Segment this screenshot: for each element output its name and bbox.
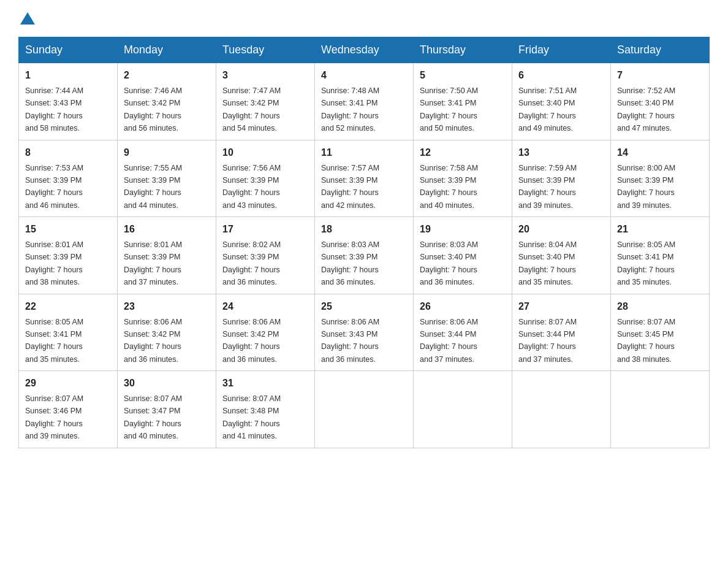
day-number: 19 bbox=[420, 222, 506, 237]
header-friday: Friday bbox=[512, 37, 611, 63]
day-info: Sunrise: 8:03 AMSunset: 3:39 PMDaylight:… bbox=[321, 240, 379, 286]
logo-triangle-icon bbox=[20, 12, 35, 25]
day-info: Sunrise: 7:48 AMSunset: 3:41 PMDaylight:… bbox=[321, 86, 379, 132]
calendar-table: SundayMondayTuesdayWednesdayThursdayFrid… bbox=[18, 37, 710, 448]
day-number: 22 bbox=[25, 299, 111, 314]
calendar-cell: 9 Sunrise: 7:55 AMSunset: 3:39 PMDayligh… bbox=[118, 140, 216, 217]
calendar-cell: 20 Sunrise: 8:04 AMSunset: 3:40 PMDaylig… bbox=[512, 217, 611, 294]
day-info: Sunrise: 8:05 AMSunset: 3:41 PMDaylight:… bbox=[617, 240, 675, 286]
calendar-cell: 31 Sunrise: 8:07 AMSunset: 3:48 PMDaylig… bbox=[216, 371, 315, 448]
calendar-week-row: 22 Sunrise: 8:05 AMSunset: 3:41 PMDaylig… bbox=[19, 294, 710, 371]
calendar-cell: 22 Sunrise: 8:05 AMSunset: 3:41 PMDaylig… bbox=[19, 294, 118, 371]
header bbox=[18, 12, 710, 25]
day-number: 7 bbox=[617, 68, 703, 83]
day-info: Sunrise: 7:44 AMSunset: 3:43 PMDaylight:… bbox=[25, 86, 83, 132]
day-number: 17 bbox=[222, 222, 308, 237]
day-info: Sunrise: 8:01 AMSunset: 3:39 PMDaylight:… bbox=[25, 240, 83, 286]
calendar-cell: 23 Sunrise: 8:06 AMSunset: 3:42 PMDaylig… bbox=[118, 294, 216, 371]
day-number: 9 bbox=[124, 145, 210, 160]
day-info: Sunrise: 7:50 AMSunset: 3:41 PMDaylight:… bbox=[420, 86, 478, 132]
calendar-cell: 16 Sunrise: 8:01 AMSunset: 3:39 PMDaylig… bbox=[118, 217, 216, 294]
calendar-cell bbox=[414, 371, 512, 448]
calendar-cell: 15 Sunrise: 8:01 AMSunset: 3:39 PMDaylig… bbox=[19, 217, 118, 294]
day-number: 21 bbox=[617, 222, 703, 237]
day-info: Sunrise: 8:00 AMSunset: 3:39 PMDaylight:… bbox=[617, 164, 675, 210]
calendar-header-row: SundayMondayTuesdayWednesdayThursdayFrid… bbox=[19, 37, 710, 63]
day-number: 14 bbox=[617, 145, 703, 160]
day-info: Sunrise: 7:59 AMSunset: 3:39 PMDaylight:… bbox=[518, 164, 577, 210]
day-info: Sunrise: 8:06 AMSunset: 3:43 PMDaylight:… bbox=[321, 318, 379, 364]
calendar-cell: 18 Sunrise: 8:03 AMSunset: 3:39 PMDaylig… bbox=[315, 217, 414, 294]
day-number: 1 bbox=[25, 68, 111, 83]
calendar-cell: 6 Sunrise: 7:51 AMSunset: 3:40 PMDayligh… bbox=[512, 63, 611, 140]
day-number: 27 bbox=[518, 299, 604, 314]
day-info: Sunrise: 7:55 AMSunset: 3:39 PMDaylight:… bbox=[124, 164, 182, 210]
calendar-cell: 14 Sunrise: 8:00 AMSunset: 3:39 PMDaylig… bbox=[611, 140, 710, 217]
day-info: Sunrise: 7:46 AMSunset: 3:42 PMDaylight:… bbox=[124, 86, 182, 132]
day-number: 10 bbox=[222, 145, 308, 160]
calendar-cell: 4 Sunrise: 7:48 AMSunset: 3:41 PMDayligh… bbox=[315, 63, 414, 140]
logo bbox=[18, 12, 37, 25]
header-saturday: Saturday bbox=[611, 37, 710, 63]
calendar-cell: 29 Sunrise: 8:07 AMSunset: 3:46 PMDaylig… bbox=[19, 371, 118, 448]
calendar-cell: 7 Sunrise: 7:52 AMSunset: 3:40 PMDayligh… bbox=[611, 63, 710, 140]
calendar-cell bbox=[611, 371, 710, 448]
calendar-cell: 13 Sunrise: 7:59 AMSunset: 3:39 PMDaylig… bbox=[512, 140, 611, 217]
day-number: 13 bbox=[518, 145, 604, 160]
day-info: Sunrise: 8:03 AMSunset: 3:40 PMDaylight:… bbox=[420, 240, 478, 286]
calendar-cell: 19 Sunrise: 8:03 AMSunset: 3:40 PMDaylig… bbox=[414, 217, 512, 294]
day-info: Sunrise: 8:06 AMSunset: 3:42 PMDaylight:… bbox=[222, 318, 281, 364]
day-number: 25 bbox=[321, 299, 407, 314]
day-info: Sunrise: 8:01 AMSunset: 3:39 PMDaylight:… bbox=[124, 240, 182, 286]
calendar-cell: 25 Sunrise: 8:06 AMSunset: 3:43 PMDaylig… bbox=[315, 294, 414, 371]
calendar-cell: 27 Sunrise: 8:07 AMSunset: 3:44 PMDaylig… bbox=[512, 294, 611, 371]
calendar-cell: 10 Sunrise: 7:56 AMSunset: 3:39 PMDaylig… bbox=[216, 140, 315, 217]
day-number: 4 bbox=[321, 68, 407, 83]
day-info: Sunrise: 8:05 AMSunset: 3:41 PMDaylight:… bbox=[25, 318, 83, 364]
day-number: 8 bbox=[25, 145, 111, 160]
calendar-cell: 26 Sunrise: 8:06 AMSunset: 3:44 PMDaylig… bbox=[414, 294, 512, 371]
day-number: 3 bbox=[222, 68, 308, 83]
header-monday: Monday bbox=[118, 37, 216, 63]
calendar-cell: 28 Sunrise: 8:07 AMSunset: 3:45 PMDaylig… bbox=[611, 294, 710, 371]
day-number: 23 bbox=[124, 299, 210, 314]
calendar-cell: 8 Sunrise: 7:53 AMSunset: 3:39 PMDayligh… bbox=[19, 140, 118, 217]
day-number: 12 bbox=[420, 145, 506, 160]
day-number: 11 bbox=[321, 145, 407, 160]
day-number: 15 bbox=[25, 222, 111, 237]
header-wednesday: Wednesday bbox=[315, 37, 414, 63]
calendar-week-row: 29 Sunrise: 8:07 AMSunset: 3:46 PMDaylig… bbox=[19, 371, 710, 448]
day-info: Sunrise: 7:57 AMSunset: 3:39 PMDaylight:… bbox=[321, 164, 379, 210]
day-number: 28 bbox=[617, 299, 703, 314]
day-number: 2 bbox=[124, 68, 210, 83]
day-info: Sunrise: 7:47 AMSunset: 3:42 PMDaylight:… bbox=[222, 86, 281, 132]
day-info: Sunrise: 8:07 AMSunset: 3:46 PMDaylight:… bbox=[25, 394, 83, 440]
day-info: Sunrise: 7:53 AMSunset: 3:39 PMDaylight:… bbox=[25, 164, 83, 210]
calendar-cell: 5 Sunrise: 7:50 AMSunset: 3:41 PMDayligh… bbox=[414, 63, 512, 140]
day-number: 5 bbox=[420, 68, 506, 83]
day-number: 29 bbox=[25, 376, 111, 391]
header-sunday: Sunday bbox=[19, 37, 118, 63]
day-info: Sunrise: 8:07 AMSunset: 3:47 PMDaylight:… bbox=[124, 394, 182, 440]
day-info: Sunrise: 8:06 AMSunset: 3:44 PMDaylight:… bbox=[420, 318, 478, 364]
calendar-cell: 24 Sunrise: 8:06 AMSunset: 3:42 PMDaylig… bbox=[216, 294, 315, 371]
day-number: 20 bbox=[518, 222, 604, 237]
day-info: Sunrise: 8:07 AMSunset: 3:48 PMDaylight:… bbox=[222, 394, 281, 440]
day-number: 30 bbox=[124, 376, 210, 391]
day-number: 16 bbox=[124, 222, 210, 237]
day-info: Sunrise: 8:06 AMSunset: 3:42 PMDaylight:… bbox=[124, 318, 182, 364]
calendar-cell: 17 Sunrise: 8:02 AMSunset: 3:39 PMDaylig… bbox=[216, 217, 315, 294]
day-info: Sunrise: 8:07 AMSunset: 3:44 PMDaylight:… bbox=[518, 318, 577, 364]
header-tuesday: Tuesday bbox=[216, 37, 315, 63]
calendar-cell: 3 Sunrise: 7:47 AMSunset: 3:42 PMDayligh… bbox=[216, 63, 315, 140]
day-number: 18 bbox=[321, 222, 407, 237]
calendar-cell: 1 Sunrise: 7:44 AMSunset: 3:43 PMDayligh… bbox=[19, 63, 118, 140]
calendar-week-row: 15 Sunrise: 8:01 AMSunset: 3:39 PMDaylig… bbox=[19, 217, 710, 294]
day-number: 6 bbox=[518, 68, 604, 83]
day-info: Sunrise: 8:04 AMSunset: 3:40 PMDaylight:… bbox=[518, 240, 577, 286]
day-info: Sunrise: 7:52 AMSunset: 3:40 PMDaylight:… bbox=[617, 86, 675, 132]
calendar-week-row: 1 Sunrise: 7:44 AMSunset: 3:43 PMDayligh… bbox=[19, 63, 710, 140]
day-number: 31 bbox=[222, 376, 308, 391]
calendar-week-row: 8 Sunrise: 7:53 AMSunset: 3:39 PMDayligh… bbox=[19, 140, 710, 217]
calendar-cell: 2 Sunrise: 7:46 AMSunset: 3:42 PMDayligh… bbox=[118, 63, 216, 140]
